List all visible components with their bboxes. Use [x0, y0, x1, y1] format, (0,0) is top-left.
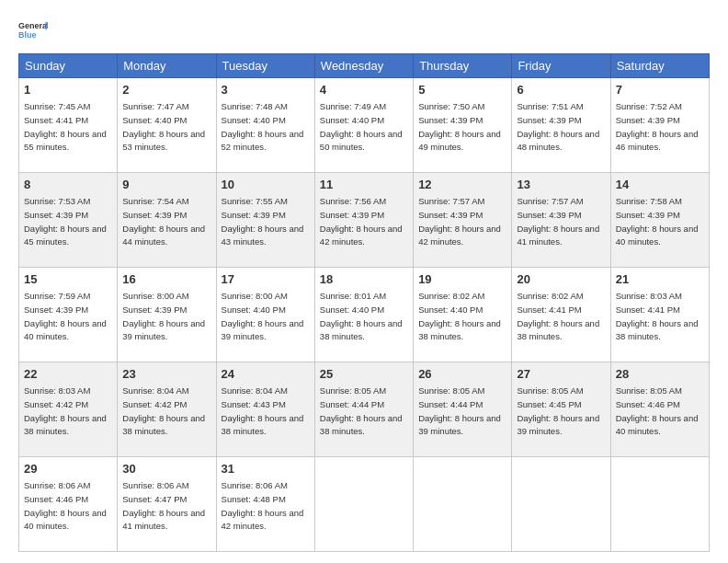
day-cell: 12Sunrise: 7:57 AMSunset: 4:39 PMDayligh…: [414, 173, 512, 268]
sunrise-text: Sunrise: 8:05 AM: [418, 385, 484, 396]
sunset-text: Sunset: 4:39 PM: [222, 210, 286, 220]
daylight-text: Daylight: 8 hours and 42 minutes.: [418, 224, 501, 247]
day-number: 18: [320, 271, 408, 288]
day-cell: 27Sunrise: 8:05 AMSunset: 4:45 PMDayligh…: [512, 362, 610, 457]
sunset-text: Sunset: 4:47 PM: [122, 494, 187, 504]
sunset-text: Sunset: 4:42 PM: [122, 399, 187, 409]
daylight-text: Daylight: 8 hours and 46 minutes.: [616, 129, 699, 153]
daylight-text: Daylight: 8 hours and 40 minutes.: [24, 318, 107, 342]
day-number: 6: [517, 82, 605, 98]
week-row-5: 29Sunrise: 8:06 AMSunset: 4:46 PMDayligh…: [19, 457, 710, 552]
day-number: 31: [222, 461, 310, 477]
daylight-text: Daylight: 8 hours and 38 minutes.: [517, 318, 599, 342]
sunrise-text: Sunrise: 8:06 AM: [24, 480, 90, 490]
day-cell: 18Sunrise: 8:01 AMSunset: 4:40 PMDayligh…: [314, 268, 413, 362]
sunset-text: Sunset: 4:46 PM: [24, 494, 88, 504]
sunset-text: Sunset: 4:42 PM: [24, 399, 88, 409]
daylight-text: Daylight: 8 hours and 42 minutes.: [222, 508, 304, 532]
daylight-text: Daylight: 8 hours and 39 minutes.: [122, 318, 205, 342]
day-cell: [414, 457, 512, 552]
day-number: 9: [122, 177, 210, 193]
day-cell: 30Sunrise: 8:06 AMSunset: 4:47 PMDayligh…: [118, 457, 216, 552]
sunrise-text: Sunrise: 7:45 AM: [24, 101, 90, 111]
sunrise-text: Sunrise: 8:03 AM: [616, 291, 682, 301]
sunset-text: Sunset: 4:46 PM: [616, 399, 680, 409]
sunrise-text: Sunrise: 7:59 AM: [24, 291, 90, 301]
page: General Blue SundayMondayTuesdayWednesda…: [0, 0, 728, 563]
sunrise-text: Sunrise: 7:57 AM: [418, 196, 484, 206]
sunrise-text: Sunrise: 7:56 AM: [320, 196, 386, 206]
weekday-header-row: SundayMondayTuesdayWednesdayThursdayFrid…: [19, 54, 710, 78]
week-row-3: 15Sunrise: 7:59 AMSunset: 4:39 PMDayligh…: [19, 268, 710, 362]
week-row-2: 8Sunrise: 7:53 AMSunset: 4:39 PMDaylight…: [19, 173, 710, 268]
sunset-text: Sunset: 4:40 PM: [222, 304, 286, 315]
day-number: 14: [616, 177, 704, 193]
calendar: SundayMondayTuesdayWednesdayThursdayFrid…: [18, 53, 710, 552]
sunrise-text: Sunrise: 7:52 AM: [616, 101, 682, 111]
weekday-header-thursday: Thursday: [414, 54, 512, 78]
sunset-text: Sunset: 4:44 PM: [418, 399, 483, 409]
day-cell: 6Sunrise: 7:51 AMSunset: 4:39 PMDaylight…: [512, 78, 610, 173]
sunset-text: Sunset: 4:41 PM: [616, 304, 680, 315]
day-cell: 10Sunrise: 7:55 AMSunset: 4:39 PMDayligh…: [216, 173, 314, 268]
daylight-text: Daylight: 8 hours and 55 minutes.: [24, 129, 107, 153]
day-cell: 4Sunrise: 7:49 AMSunset: 4:40 PMDaylight…: [314, 78, 413, 173]
day-number: 3: [222, 82, 310, 98]
day-number: 5: [418, 82, 506, 98]
sunset-text: Sunset: 4:39 PM: [517, 115, 581, 125]
sunrise-text: Sunrise: 7:54 AM: [122, 196, 188, 206]
daylight-text: Daylight: 8 hours and 41 minutes.: [122, 508, 205, 532]
daylight-text: Daylight: 8 hours and 39 minutes.: [222, 318, 304, 342]
sunset-text: Sunset: 4:41 PM: [517, 304, 581, 315]
svg-text:Blue: Blue: [18, 30, 36, 40]
sunrise-text: Sunrise: 7:51 AM: [517, 101, 583, 111]
sunrise-text: Sunrise: 8:04 AM: [122, 385, 188, 396]
weekday-header-monday: Monday: [118, 54, 216, 78]
sunrise-text: Sunrise: 8:00 AM: [222, 291, 288, 301]
logo-svg: General Blue: [18, 15, 48, 44]
daylight-text: Daylight: 8 hours and 38 minutes.: [616, 318, 699, 342]
sunset-text: Sunset: 4:39 PM: [418, 115, 483, 125]
day-number: 17: [222, 271, 310, 288]
sunrise-text: Sunrise: 8:04 AM: [222, 385, 288, 396]
sunset-text: Sunset: 4:44 PM: [320, 399, 384, 409]
day-cell: 22Sunrise: 8:03 AMSunset: 4:42 PMDayligh…: [19, 362, 118, 457]
day-number: 15: [24, 271, 112, 288]
sunrise-text: Sunrise: 8:00 AM: [122, 291, 188, 301]
sunset-text: Sunset: 4:39 PM: [616, 115, 680, 125]
header: General Blue: [18, 15, 710, 44]
day-cell: 24Sunrise: 8:04 AMSunset: 4:43 PMDayligh…: [216, 362, 314, 457]
day-number: 8: [24, 177, 112, 193]
weekday-header-wednesday: Wednesday: [314, 54, 413, 78]
sunrise-text: Sunrise: 7:58 AM: [616, 196, 682, 206]
day-number: 16: [122, 271, 210, 288]
day-number: 19: [418, 271, 506, 288]
day-cell: 8Sunrise: 7:53 AMSunset: 4:39 PMDaylight…: [19, 173, 118, 268]
day-cell: 3Sunrise: 7:48 AMSunset: 4:40 PMDaylight…: [216, 78, 314, 173]
day-cell: 13Sunrise: 7:57 AMSunset: 4:39 PMDayligh…: [512, 173, 610, 268]
sunset-text: Sunset: 4:40 PM: [320, 304, 384, 315]
daylight-text: Daylight: 8 hours and 38 minutes.: [122, 413, 205, 437]
day-number: 23: [122, 366, 210, 383]
day-cell: 17Sunrise: 8:00 AMSunset: 4:40 PMDayligh…: [216, 268, 314, 362]
daylight-text: Daylight: 8 hours and 49 minutes.: [418, 129, 501, 153]
day-number: 20: [517, 271, 605, 288]
weekday-header-friday: Friday: [512, 54, 610, 78]
weekday-header-saturday: Saturday: [610, 54, 709, 78]
day-cell: 29Sunrise: 8:06 AMSunset: 4:46 PMDayligh…: [19, 457, 118, 552]
day-cell: 9Sunrise: 7:54 AMSunset: 4:39 PMDaylight…: [118, 173, 216, 268]
day-number: 25: [320, 366, 408, 383]
daylight-text: Daylight: 8 hours and 39 minutes.: [418, 413, 501, 437]
sunset-text: Sunset: 4:45 PM: [517, 399, 581, 409]
day-cell: 15Sunrise: 7:59 AMSunset: 4:39 PMDayligh…: [19, 268, 118, 362]
week-row-1: 1Sunrise: 7:45 AMSunset: 4:41 PMDaylight…: [19, 78, 710, 173]
sunrise-text: Sunrise: 8:05 AM: [616, 385, 682, 396]
weekday-header-tuesday: Tuesday: [216, 54, 314, 78]
daylight-text: Daylight: 8 hours and 38 minutes.: [320, 413, 403, 437]
day-cell: 2Sunrise: 7:47 AMSunset: 4:40 PMDaylight…: [118, 78, 216, 173]
daylight-text: Daylight: 8 hours and 40 minutes.: [616, 413, 699, 437]
day-cell: 5Sunrise: 7:50 AMSunset: 4:39 PMDaylight…: [414, 78, 512, 173]
sunset-text: Sunset: 4:40 PM: [222, 115, 286, 125]
day-cell: 25Sunrise: 8:05 AMSunset: 4:44 PMDayligh…: [314, 362, 413, 457]
day-number: 4: [320, 82, 408, 98]
